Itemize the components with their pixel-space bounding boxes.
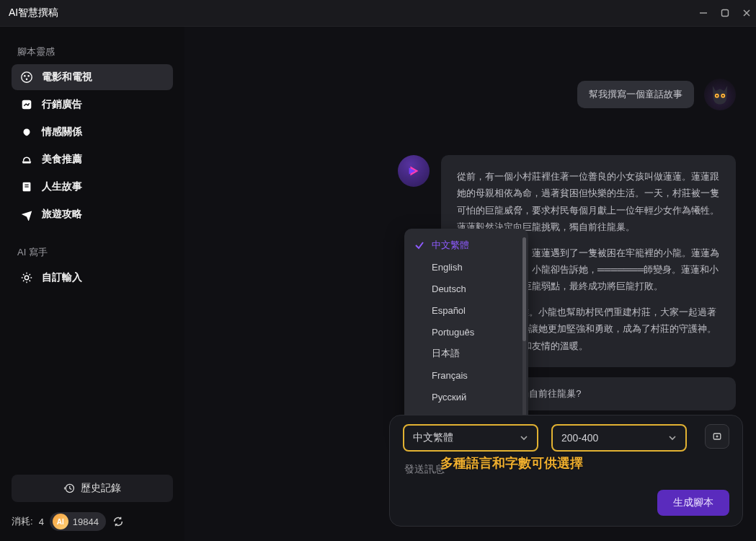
svg-point-5 — [24, 75, 26, 77]
content-area: 幫我撰寫一個童話故事 從前，有一個小村莊裡住著一位善良的小女孩叫做蓮蓮。蓮蓮跟她… — [184, 26, 756, 541]
consumption-label: 消耗: — [12, 515, 33, 528]
dropdown-option-label: Español — [432, 305, 466, 316]
svg-point-7 — [26, 78, 28, 80]
dropdown-option[interactable]: 中文繁體 — [404, 234, 522, 256]
add-button[interactable] — [705, 424, 729, 449]
svg-point-16 — [716, 95, 718, 97]
book-icon — [20, 180, 33, 193]
nav-label: 旅遊攻略 — [42, 208, 82, 221]
minimize-icon[interactable] — [698, 8, 708, 18]
chart-icon — [20, 98, 33, 111]
app-title: AI智慧撰稿 — [9, 6, 58, 19]
consumption-value: 4 — [39, 516, 44, 527]
svg-rect-1 — [722, 10, 729, 17]
language-select-value: 中文繁體 — [413, 431, 453, 444]
svg-point-6 — [27, 75, 30, 77]
length-select-value: 200-400 — [561, 432, 598, 444]
section-label-scripts: 腳本靈感 — [17, 45, 167, 58]
language-dropdown[interactable]: 中文繁體 English Deutsch Español Português 日… — [404, 229, 528, 435]
chevron-down-icon — [520, 434, 528, 442]
sidebar-footer: 消耗: 4 AI 19844 — [12, 512, 173, 531]
history-button[interactable]: 歷史記錄 — [12, 475, 173, 502]
user-avatar[interactable] — [704, 79, 736, 110]
history-icon — [63, 483, 75, 494]
close-icon[interactable] — [742, 8, 752, 18]
nav-label: 行銷廣告 — [42, 98, 82, 111]
coin-icon: AI — [53, 514, 68, 529]
dropdown-option-label: Русский — [432, 392, 466, 403]
chevron-down-icon — [668, 434, 677, 442]
nav-scripts: 電影和電視 行銷廣告 情感關係 美食推薦 人生故事 旅遊攻略 — [12, 64, 173, 227]
length-select[interactable]: 200-400 — [551, 424, 687, 452]
history-label: 歷史記錄 — [81, 482, 121, 495]
dropdown-option-label: 中文繁體 — [432, 239, 469, 252]
ai-avatar — [398, 155, 430, 187]
nav-label: 情感關係 — [42, 126, 82, 138]
nav-item-marketing[interactable]: 行銷廣告 — [12, 92, 173, 118]
credit-pill[interactable]: AI 19844 — [50, 512, 106, 531]
sidebar: 腳本靈感 電影和電視 行銷廣告 情感關係 美食推薦 人生故事 — [0, 26, 184, 541]
dropdown-option[interactable]: Français — [404, 364, 522, 386]
annotation-text: 多種語言和字數可供選擇 — [440, 454, 583, 472]
nav-item-travel[interactable]: 旅遊攻略 — [12, 201, 173, 227]
nav-item-emotion[interactable]: 情感關係 — [12, 119, 173, 145]
titlebar: AI智慧撰稿 — [0, 0, 756, 26]
dropdown-option-label: Português — [432, 327, 474, 338]
window-controls — [698, 0, 752, 26]
nav-item-movies-tv[interactable]: 電影和電視 — [12, 64, 173, 90]
language-select[interactable]: 中文繁體 — [403, 424, 538, 452]
food-icon — [20, 153, 33, 166]
section-label-ai: AI 寫手 — [17, 246, 167, 259]
check-icon — [414, 240, 424, 250]
nav-label: 自訂輸入 — [42, 271, 82, 284]
plane-icon — [20, 208, 33, 221]
user-message-row: 幫我撰寫一個童話故事 — [577, 79, 736, 110]
gear-icon — [20, 271, 33, 284]
message-input[interactable]: 發送訊息 多種語言和字數可供選擇 — [403, 459, 729, 490]
nav-ai: 自訂輸入 — [12, 265, 173, 291]
maximize-icon[interactable] — [720, 8, 730, 18]
ai-paragraph: 從前，有一個小村莊裡住著一位善良的小女孩叫做蓮蓮。蓮蓮跟她的母親相依為命，過著貧… — [457, 168, 720, 236]
svg-point-12 — [25, 276, 28, 279]
dropdown-option[interactable]: 日本語 — [404, 343, 522, 364]
dropdown-option-label: 日本語 — [432, 347, 460, 360]
composer: 中文繁體 200-400 發送訊息 多種語言和字數可供選擇 生成腳本 — [389, 415, 743, 527]
nav-label: 電影和電視 — [42, 71, 92, 84]
svg-point-17 — [722, 95, 724, 97]
nav-label: 人生故事 — [42, 180, 82, 193]
dropdown-option-label: Français — [432, 370, 468, 381]
nav-item-custom-input[interactable]: 自訂輸入 — [12, 265, 173, 291]
dropdown-option[interactable]: Português — [404, 321, 522, 343]
dropdown-option[interactable]: Deutsch — [404, 278, 522, 299]
credit-count: 19844 — [73, 516, 99, 527]
generate-button[interactable]: 生成腳本 — [657, 490, 729, 516]
film-icon — [20, 71, 33, 84]
dropdown-option[interactable]: Русский — [404, 386, 522, 408]
dropdown-scrollbar[interactable] — [522, 237, 526, 426]
dropdown-option-label: English — [432, 262, 463, 273]
dropdown-option[interactable]: English — [404, 256, 522, 278]
svg-point-4 — [22, 72, 32, 82]
hands-icon — [20, 126, 33, 138]
nav-item-life[interactable]: 人生故事 — [12, 174, 173, 200]
dropdown-option-label: Deutsch — [432, 283, 466, 294]
refresh-icon[interactable] — [112, 515, 125, 528]
nav-label: 美食推薦 — [42, 153, 82, 166]
nav-item-food[interactable]: 美食推薦 — [12, 146, 173, 172]
dropdown-option[interactable]: Español — [404, 299, 522, 321]
user-message-bubble: 幫我撰寫一個童話故事 — [577, 81, 694, 108]
